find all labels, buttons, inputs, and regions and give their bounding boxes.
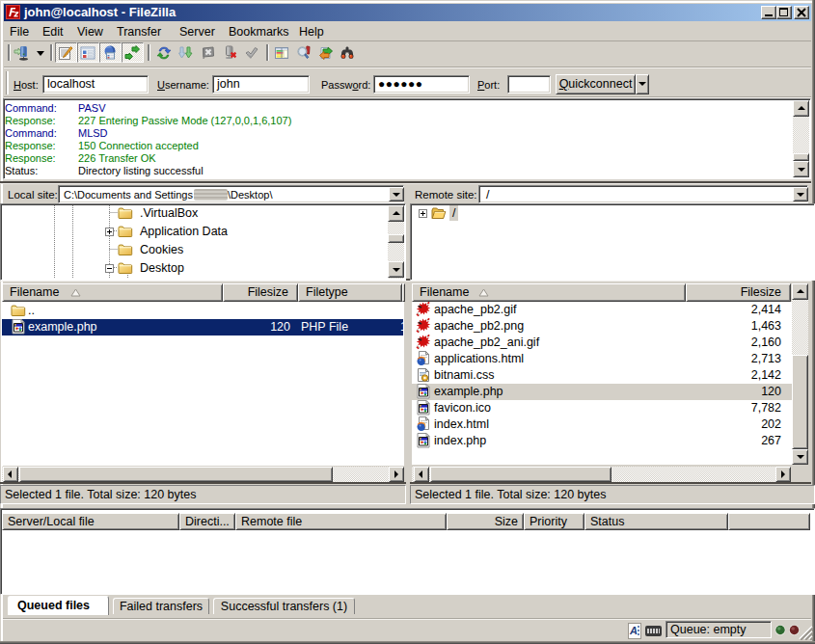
svg-text:A: A [629,625,638,636]
